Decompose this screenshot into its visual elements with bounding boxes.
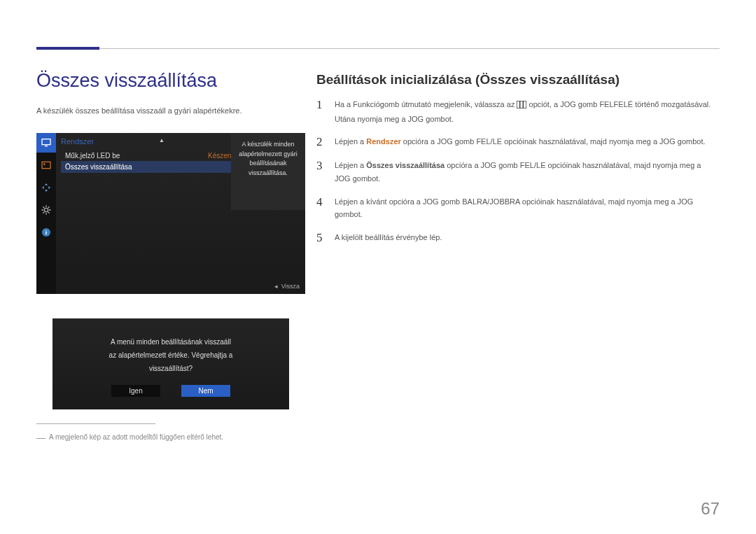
header-rule (36, 48, 720, 49)
info-icon: i (36, 223, 56, 242)
section-title: Beállítások inicializálása (Összes vissz… (316, 72, 620, 87)
svg-point-3 (43, 163, 46, 165)
osd-menu-item-reset-all: Összes visszaállítása (61, 161, 243, 173)
svg-rect-2 (42, 162, 50, 168)
osd-breadcrumb: Rendszer (61, 137, 94, 146)
step-text: Lépjen a kívánt opcióra a JOG gomb BALRA… (335, 195, 715, 221)
step-5: 5 A kijelölt beállítás érvénybe lép. (316, 231, 715, 245)
osd-dialog-message: A menü minden beállításának visszaáll az… (52, 318, 289, 375)
step-text: A kijelölt beállítás érvénybe lép. (335, 231, 715, 245)
osd-item-label: Összes visszaállítása (65, 163, 132, 171)
step-3: 3 Lépjen a Összes visszaállítása opcióra… (316, 159, 715, 185)
step-number: 3 (316, 159, 326, 185)
osd-item-label: Műk.jelző LED be (65, 152, 120, 160)
left-arrow-icon: ◂ (274, 283, 278, 290)
steps-list: 1 Ha a Funkciógomb útmutató megjelenik, … (316, 98, 715, 255)
svg-point-4 (44, 208, 48, 211)
step-4: 4 Lépjen a kívánt opcióra a JOG gomb BAL… (316, 195, 715, 221)
picture-icon (36, 155, 56, 175)
up-arrow-icon: ▲ (159, 137, 164, 143)
no-button: Nem (181, 385, 230, 397)
gear-icon (36, 200, 56, 220)
step-number: 4 (316, 195, 326, 221)
page-description: A készülék összes beállítása visszaáll a… (36, 106, 241, 115)
footnote: ― A megjelenő kép az adott modelltől füg… (36, 432, 223, 443)
svg-rect-0 (42, 139, 50, 145)
osd-menu-item-led: Műk.jelző LED be Készenlét (61, 150, 243, 162)
dash-icon: ― (36, 432, 46, 442)
footnote-rule (36, 423, 155, 424)
osd-menu-screenshot-1: i Rendszer ▲ Műk.jelző LED be Készenlét … (36, 133, 305, 294)
osd-back-label: ◂ Vissza (274, 283, 300, 290)
step-2: 2 Lépjen a Rendszer opcióra a JOG gomb F… (316, 135, 715, 149)
monitor-icon (36, 133, 56, 153)
move-icon (36, 178, 56, 197)
step-text: Lépjen a Rendszer opcióra a JOG gomb FEL… (335, 135, 715, 149)
yes-button: Igen (111, 385, 160, 397)
osd-dialog-screenshot: A menü minden beállításának visszaáll az… (52, 318, 289, 409)
header-accent (36, 47, 99, 50)
osd-help-text: A készülék minden alapértelmezett gyári … (231, 133, 305, 210)
step-number: 2 (316, 135, 326, 149)
step-1: 1 Ha a Funkciógomb útmutató megjelenik, … (316, 98, 715, 125)
svg-rect-7 (517, 101, 526, 108)
step-text: Ha a Funkciógomb útmutató megjelenik, vá… (335, 98, 715, 125)
menu-grid-icon (517, 99, 526, 113)
step-number: 5 (316, 231, 326, 245)
step-text: Lépjen a Összes visszaállítása opcióra a… (335, 159, 715, 185)
page-title: Összes visszaállítása (36, 70, 217, 92)
page-number: 67 (701, 499, 720, 519)
step-number: 1 (316, 98, 326, 125)
osd-sidebar: i (36, 133, 56, 294)
svg-rect-1 (45, 146, 48, 146)
osd-dialog-buttons: Igen Nem (52, 385, 289, 397)
